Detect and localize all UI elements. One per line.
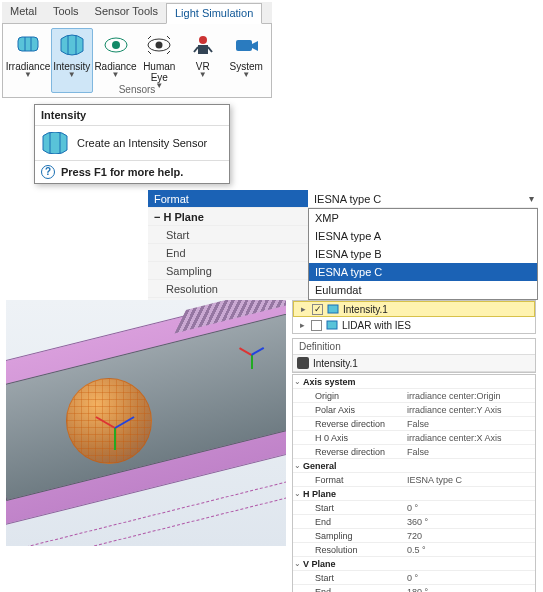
prop-value[interactable]: irradiance center:Y Axis: [405, 403, 535, 416]
prop-h-plane[interactable]: ⌄H Plane: [293, 487, 535, 501]
prop-label: Axis system: [301, 375, 405, 388]
prop-label: Start: [301, 571, 405, 584]
definition-name: Intensity.1: [313, 358, 358, 369]
definition-icon: [297, 357, 309, 369]
ribbon-tab-tools[interactable]: Tools: [45, 2, 87, 23]
collapse-icon[interactable]: [293, 529, 301, 542]
chevron-down-icon: ▼: [112, 70, 120, 79]
format-option-iesna-type-a[interactable]: IESNA type A: [309, 227, 537, 245]
format-row-h-plane[interactable]: − H Plane: [148, 208, 308, 226]
prop-end[interactable]: End180 °: [293, 585, 535, 592]
prop-value[interactable]: IESNA type C: [405, 473, 535, 486]
format-row-format[interactable]: Format: [148, 190, 308, 208]
prop-reverse-direction[interactable]: Reverse directionFalse: [293, 445, 535, 459]
collapse-icon[interactable]: [293, 501, 301, 514]
tooltip-help: Press F1 for more help.: [61, 166, 183, 178]
collapse-icon[interactable]: [293, 571, 301, 584]
sensor-icon: [327, 303, 339, 315]
svg-rect-0: [18, 37, 38, 51]
format-option-xmp[interactable]: XMP: [309, 209, 537, 227]
ribbon: MetalToolsSensor ToolsLight Simulation I…: [2, 2, 272, 98]
prop-value[interactable]: 0.5 °: [405, 543, 535, 556]
ribbon-tabs: MetalToolsSensor ToolsLight Simulation: [2, 2, 272, 24]
prop-end[interactable]: End360 °: [293, 515, 535, 529]
prop-label: H Plane: [301, 487, 405, 500]
format-panel: Format− H PlaneStartEndSamplingResolutio…: [148, 190, 538, 300]
svg-point-7: [199, 36, 207, 44]
collapse-icon[interactable]: [293, 515, 301, 528]
prop-value[interactable]: False: [405, 417, 535, 430]
collapse-icon[interactable]: [293, 403, 301, 416]
prop-value[interactable]: 0 °: [405, 501, 535, 514]
transform-gizmo[interactable]: [94, 408, 134, 448]
format-row-end[interactable]: End: [148, 244, 308, 262]
ribbon-tab-sensor-tools[interactable]: Sensor Tools: [87, 2, 166, 23]
intensity-tooltip: Intensity Create an Intensity Sensor ? P…: [34, 104, 230, 184]
gizmo-x-axis[interactable]: [95, 416, 115, 429]
collapse-icon[interactable]: [293, 473, 301, 486]
prop-reverse-direction[interactable]: Reverse directionFalse: [293, 417, 535, 431]
svg-rect-10: [328, 305, 338, 313]
prop-value[interactable]: False: [405, 445, 535, 458]
prop-value: [405, 557, 535, 570]
ribbon-group-label: Sensors: [3, 84, 271, 95]
prop-start[interactable]: Start0 °: [293, 501, 535, 515]
prop-axis-system[interactable]: ⌄Axis system: [293, 375, 535, 389]
definition-row[interactable]: Intensity.1: [293, 354, 535, 372]
prop-value[interactable]: 0 °: [405, 571, 535, 584]
prop-v-plane[interactable]: ⌄V Plane: [293, 557, 535, 571]
prop-sampling[interactable]: Sampling720: [293, 529, 535, 543]
collapse-icon[interactable]: [293, 389, 301, 402]
prop-value[interactable]: 360 °: [405, 515, 535, 528]
collapse-icon[interactable]: [293, 445, 301, 458]
prop-origin[interactable]: Originirradiance center:Origin: [293, 389, 535, 403]
prop-value[interactable]: irradiance center:X Axis: [405, 431, 535, 444]
prop-value[interactable]: 720: [405, 529, 535, 542]
format-row-sampling[interactable]: Sampling: [148, 262, 308, 280]
prop-label: End: [301, 585, 405, 592]
prop-general[interactable]: ⌄General: [293, 459, 535, 473]
collapse-icon[interactable]: ⌄: [293, 557, 301, 570]
human-eye-icon: [145, 31, 173, 59]
vr-icon: [189, 31, 217, 59]
prop-value: [405, 487, 535, 500]
format-option-iesna-type-c[interactable]: IESNA type C: [309, 263, 537, 281]
prop-start[interactable]: Start0 °: [293, 571, 535, 585]
prop-value[interactable]: 180 °: [405, 585, 535, 592]
collapse-icon[interactable]: [293, 543, 301, 556]
format-option-eulumdat[interactable]: Eulumdat: [309, 281, 537, 299]
gizmo-y-axis[interactable]: [114, 428, 116, 450]
collapse-icon[interactable]: [293, 585, 301, 592]
format-row-start[interactable]: Start: [148, 226, 308, 244]
collapse-icon[interactable]: ⌄: [293, 375, 301, 388]
prop-h-0-axis[interactable]: H 0 Axisirradiance center:X Axis: [293, 431, 535, 445]
format-option-iesna-type-b[interactable]: IESNA type B: [309, 245, 537, 263]
expand-icon[interactable]: ▸: [298, 304, 308, 314]
viewport-3d[interactable]: [6, 300, 286, 546]
sensor-tree: ▸✓Intensity.1▸LIDAR with IES: [292, 300, 536, 334]
intensity-icon: [41, 132, 69, 154]
expand-icon[interactable]: ▸: [297, 320, 307, 330]
prop-format[interactable]: FormatIESNA type C: [293, 473, 535, 487]
tree-item-label: Intensity.1: [343, 304, 388, 315]
definition-panel: Definition Intensity.1: [292, 338, 536, 373]
prop-resolution[interactable]: Resolution0.5 °: [293, 543, 535, 557]
prop-label: Polar Axis: [301, 403, 405, 416]
gizmo-z-axis[interactable]: [115, 416, 135, 429]
collapse-icon[interactable]: [293, 431, 301, 444]
format-row-resolution[interactable]: Resolution: [148, 280, 308, 298]
mini-axes: [236, 340, 266, 370]
tree-item-lidar-with-ies[interactable]: ▸LIDAR with IES: [293, 317, 535, 333]
collapse-icon[interactable]: ⌄: [293, 487, 301, 500]
collapse-icon[interactable]: [293, 417, 301, 430]
ribbon-tab-metal[interactable]: Metal: [2, 2, 45, 23]
checkbox[interactable]: ✓: [312, 304, 323, 315]
collapse-icon[interactable]: ⌄: [293, 459, 301, 472]
checkbox[interactable]: [311, 320, 322, 331]
prop-value[interactable]: irradiance center:Origin: [405, 389, 535, 402]
tree-item-intensity-1[interactable]: ▸✓Intensity.1: [293, 301, 535, 317]
ribbon-tab-light-simulation[interactable]: Light Simulation: [166, 3, 262, 24]
format-combo[interactable]: IESNA type C: [308, 190, 538, 208]
prop-polar-axis[interactable]: Polar Axisirradiance center:Y Axis: [293, 403, 535, 417]
prop-label: Sampling: [301, 529, 405, 542]
